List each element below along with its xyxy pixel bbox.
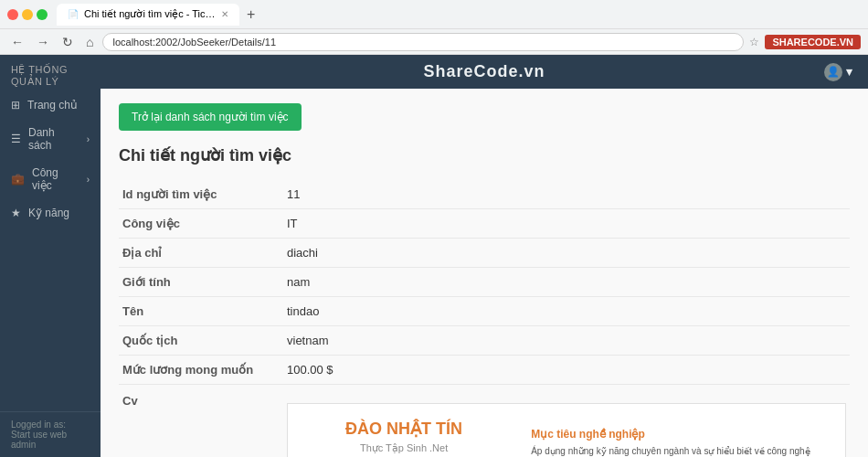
field-value-salary: 100.00 $ (283, 356, 850, 385)
field-value-cv: ĐÀO NHẬT TÍN Thực Tập Sinh .Net (283, 385, 850, 458)
content-inner: Trở lại danh sách người tìm việc Chi tiế… (101, 89, 868, 457)
minimize-window-button[interactable] (22, 9, 33, 20)
sidebar-label-list: Danh sách (28, 126, 79, 152)
field-label-address: Địa chỉ (119, 239, 283, 268)
sidebar-label-skills: Kỹ năng (28, 207, 69, 219)
app-header: ShareCode.vn 👤 ▾ (101, 55, 868, 89)
sidebar: HỆ THỐNG QUẢN LÝ ⊞ Trang chủ ☰ Danh sách… (0, 55, 101, 457)
app-main: ShareCode.vn 👤 ▾ Trở lại danh sách người… (101, 55, 868, 457)
field-label-nationality: Quốc tịch (119, 326, 283, 356)
sidebar-label-home: Trang chủ (27, 99, 78, 112)
cv-objective-text: Áp dụng những kỹ năng chuyên ngành và sự… (531, 444, 831, 457)
sidebar-item-home[interactable]: ⊞ Trang chủ (0, 91, 101, 119)
table-row: Giới tính nam (119, 268, 850, 297)
cv-subtitle: Thực Tập Sinh .Net (302, 442, 505, 454)
field-value-gender: nam (283, 268, 850, 297)
cv-preview: ĐÀO NHẬT TÍN Thực Tập Sinh .Net (287, 403, 846, 457)
table-row: Quốc tịch vietnam (119, 326, 850, 356)
skills-icon: ★ (11, 207, 21, 219)
back-to-list-button[interactable]: Trở lại danh sách người tìm việc (119, 103, 302, 131)
field-value-nationality: vietnam (283, 326, 850, 356)
close-window-button[interactable] (7, 9, 18, 20)
back-nav-button[interactable]: ← (7, 33, 27, 51)
user-avatar-icon: 👤 (824, 63, 842, 81)
tab-favicon: 📄 (68, 9, 79, 19)
user-menu[interactable]: 👤 ▾ (824, 63, 853, 81)
sidebar-section-label: HỆ THỐNG QUẢN LÝ (0, 55, 101, 91)
cv-grid: ĐÀO NHẬT TÍN Thực Tập Sinh .Net (302, 419, 831, 457)
table-row-cv: Cv ĐÀO NHẬT TÍN Thực Tập Sinh .Net (119, 385, 850, 458)
field-value-job: IT (283, 209, 850, 239)
table-row: Tên tindao (119, 297, 850, 326)
table-row: Công việc IT (119, 209, 850, 239)
content-area: Trở lại danh sách người tìm việc Chi tiế… (101, 89, 868, 457)
home-icon: ⊞ (11, 99, 20, 112)
table-row: Id người tìm việc 11 (119, 180, 850, 209)
detail-table: Id người tìm việc 11 Công việc IT Địa ch… (119, 180, 850, 457)
field-value-id: 11 (283, 180, 850, 209)
sidebar-item-skills[interactable]: ★ Kỹ năng (0, 199, 101, 227)
jobs-icon: 💼 (11, 173, 25, 186)
page-title: Chi tiết người tìm việc (119, 145, 850, 165)
logged-in-user: Start use web admin (11, 430, 90, 450)
table-row: Địa chỉ diachi (119, 239, 850, 268)
field-label-name: Tên (119, 297, 283, 326)
cv-left-column: ĐÀO NHẬT TÍN Thực Tập Sinh .Net (302, 419, 516, 457)
home-nav-button[interactable]: ⌂ (82, 33, 97, 51)
cv-right-column: Mục tiêu nghề nghiệp Áp dụng những kỹ nă… (531, 419, 831, 457)
browser-bar: 📄 Chi tiết người tìm việc - Ticket to...… (0, 0, 868, 29)
sidebar-item-list[interactable]: ☰ Danh sách › (0, 119, 101, 159)
tab-close-icon[interactable]: ✕ (221, 9, 228, 19)
app-wrapper: HỆ THỐNG QUẢN LÝ ⊞ Trang chủ ☰ Danh sách… (0, 55, 868, 457)
list-arrow-icon: › (87, 134, 90, 144)
sidebar-label-jobs: Công việc (32, 166, 79, 192)
sidebar-item-jobs[interactable]: 💼 Công việc › (0, 159, 101, 199)
logo-area: SHARECODE.VN (765, 35, 861, 49)
field-label-job: Công việc (119, 209, 283, 239)
field-label-id: Id người tìm việc (119, 180, 283, 209)
field-value-name: tindao (283, 297, 850, 326)
cv-name: ĐÀO NHẬT TÍN (302, 419, 505, 439)
maximize-window-button[interactable] (37, 9, 48, 20)
forward-nav-button[interactable]: → (33, 33, 53, 51)
logged-in-label: Logged in as: (11, 420, 90, 430)
window-controls (7, 9, 48, 20)
new-tab-button[interactable]: + (243, 6, 259, 23)
refresh-nav-button[interactable]: ↻ (58, 33, 77, 51)
active-tab[interactable]: 📄 Chi tiết người tìm việc - Ticket to...… (57, 4, 239, 26)
table-row: Mức lương mong muốn 100.00 $ (119, 356, 850, 385)
list-icon: ☰ (11, 133, 21, 145)
cv-objective-title: Mục tiêu nghề nghiệp (531, 428, 831, 441)
field-label-gender: Giới tính (119, 268, 283, 297)
logo-text: SHARECODE.VN (772, 37, 853, 48)
jobs-arrow-icon: › (87, 175, 90, 185)
field-label-salary: Mức lương mong muốn (119, 356, 283, 385)
field-value-address: diachi (283, 239, 850, 268)
bookmark-icon: ☆ (749, 36, 759, 48)
address-bar-row: ← → ↻ ⌂ ☆ SHARECODE.VN (0, 29, 868, 55)
app-header-title: ShareCode.vn (423, 62, 545, 80)
sidebar-bottom: Logged in as: Start use web admin (0, 411, 101, 457)
tab-title: Chi tiết người tìm việc - Ticket to... (84, 8, 216, 20)
field-label-cv: Cv (119, 385, 283, 458)
url-input[interactable] (102, 33, 744, 51)
user-menu-arrow: ▾ (846, 65, 853, 79)
